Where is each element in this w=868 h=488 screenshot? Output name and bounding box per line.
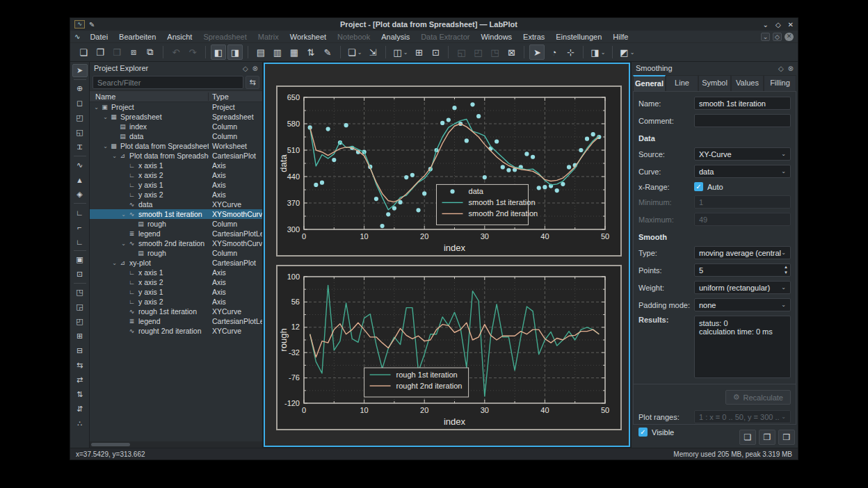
dock-close-icon[interactable]: ⊗ xyxy=(788,65,794,72)
save-default-template-button[interactable]: ❒ xyxy=(778,430,795,445)
menu-ansicht[interactable]: Ansicht xyxy=(161,32,198,42)
load-template-button[interactable]: ❏ xyxy=(739,430,756,445)
tree-row[interactable]: ≣legendCartesianPlotLegend xyxy=(90,229,262,238)
tree-row[interactable]: ⌄▦SpreadsheetSpreadsheet xyxy=(90,112,262,122)
weight-dropdown[interactable]: uniform (rectangular) ⌄ xyxy=(694,281,791,294)
auto-scale-button[interactable]: ◳ xyxy=(72,286,88,299)
print-preview-button[interactable]: ⧉ xyxy=(143,44,158,60)
add-xy-curve-button[interactable]: ∿ xyxy=(72,158,88,172)
menu-extras[interactable]: Extras xyxy=(517,32,550,42)
auto-checkbox[interactable]: ✓ xyxy=(694,182,703,191)
source-dropdown[interactable]: XY-Curve ⌄ xyxy=(694,147,791,161)
pin-icon[interactable]: ✎ xyxy=(89,21,95,29)
zoom-select-button[interactable]: ◻ xyxy=(72,97,88,110)
toggle-project-explorer-button[interactable]: ◧ xyxy=(211,44,226,60)
expander-icon[interactable]: ⌄ xyxy=(93,104,100,111)
add-curve-button[interactable]: ◨⌄ xyxy=(588,44,607,60)
tree-row[interactable]: ∟x axis 2Axis xyxy=(90,277,262,287)
tree-row[interactable]: ⌄⊿Plot data from SpreadsheetCartesianPlo… xyxy=(90,151,262,161)
tree-row[interactable]: ∿rought 2nd iterationXYCurve xyxy=(90,326,262,336)
insert-row-button[interactable]: ▤ xyxy=(253,44,268,60)
fit-width-button[interactable]: ⊡ xyxy=(428,44,443,60)
break-layout-button[interactable]: ⊠ xyxy=(504,44,519,60)
expander-icon[interactable]: ⌄ xyxy=(111,260,118,266)
column-header-type[interactable]: Type xyxy=(209,92,262,101)
tree-row[interactable]: ∟y axis 1Axis xyxy=(90,287,262,297)
scrollbar-thumb[interactable] xyxy=(91,443,130,446)
remove-cells-button[interactable]: ▦ xyxy=(287,44,302,60)
zoom-out-button[interactable]: ⊟ xyxy=(72,344,88,357)
plot-data-svg[interactable]: 01020304050300370440510580650indexdatada… xyxy=(278,87,620,255)
tree-row[interactable]: ⌄▣ProjectProject xyxy=(90,102,262,112)
timed-cursor-button[interactable]: ◔ xyxy=(546,44,561,60)
tree-row[interactable]: ≣legendCartesianPlotLegend xyxy=(90,316,262,326)
shift-right-button[interactable]: ⇄ xyxy=(72,373,88,387)
tab-values[interactable]: Values xyxy=(731,75,764,91)
menu-analysis[interactable]: Analysis xyxy=(376,32,415,42)
mdi-restore-button[interactable]: ◇ xyxy=(773,33,782,41)
tree-row[interactable]: ∿rough 1st iterationXYCurve xyxy=(90,307,262,316)
plot-legend[interactable]: rough 1st iterationrought 2nd iteration xyxy=(364,368,469,397)
curve-dropdown[interactable]: data ⌄ xyxy=(694,165,791,178)
zoom-y-select-button[interactable]: ◱ xyxy=(72,126,88,139)
new-project-button[interactable]: ❏ xyxy=(76,44,91,60)
project-explorer-header[interactable]: Project Explorer ◇ ⊗ xyxy=(90,62,262,74)
add-axis-button[interactable]: ∟ xyxy=(72,206,88,219)
add-text-label-button[interactable]: ▣ xyxy=(72,253,88,266)
add-new-aspect-button[interactable]: ❏⌄ xyxy=(346,44,364,60)
menu-windows[interactable]: Windows xyxy=(475,32,517,42)
plot-rough-svg[interactable]: 01020304050-120-76-321256100indexroughro… xyxy=(278,266,620,429)
dock-float-icon[interactable]: ◇ xyxy=(778,65,784,72)
cartesian-plot-xy[interactable]: 01020304050-120-76-321256100indexroughro… xyxy=(276,265,622,430)
spinbox-arrows-icon[interactable]: ▲▼ xyxy=(784,264,788,275)
tree-row[interactable]: ∟x axis 2Axis xyxy=(90,170,262,180)
tree-row[interactable]: ▤roughColumn xyxy=(90,248,262,258)
menu-datei[interactable]: Datei xyxy=(84,32,113,42)
add-layout-button[interactable]: ◩⌄ xyxy=(618,44,636,60)
maximize-button[interactable]: ◇ xyxy=(775,21,781,29)
print-button[interactable]: ⧈ xyxy=(126,44,141,60)
type-dropdown[interactable]: moving average (central) ⌄ xyxy=(694,246,791,259)
add-boxplot-button[interactable]: ◈ xyxy=(72,188,88,201)
comment-field[interactable] xyxy=(694,114,791,127)
shift-down-button[interactable]: ⇵ xyxy=(72,402,88,416)
tree-row[interactable]: ▤dataColumn xyxy=(90,131,262,141)
auto-scale-x-button[interactable]: ◲ xyxy=(72,300,88,314)
tree-row[interactable]: ∟y axis 2Axis xyxy=(90,190,262,200)
zoom-mode-button[interactable]: ◫⌄ xyxy=(391,44,410,60)
tree-row[interactable]: ⌄▩Plot data from SpreadsheetWorksheet xyxy=(90,141,262,151)
edit-mode-button[interactable]: ✎ xyxy=(320,44,335,60)
add-image-button[interactable]: ⊡ xyxy=(72,268,88,281)
add-vertical-axis-button[interactable]: ⌐ xyxy=(72,220,88,234)
padding-mode-dropdown[interactable]: none ⌄ xyxy=(694,298,791,311)
menu-einstellungen[interactable]: Einstellungen xyxy=(550,32,607,42)
worksheet-view[interactable]: 01020304050300370440510580650indexdatada… xyxy=(264,63,630,447)
tab-symbol[interactable]: Symbol xyxy=(698,75,731,91)
insert-column-button[interactable]: ▥ xyxy=(270,44,285,60)
auto-scale-y-button[interactable]: ◰ xyxy=(72,315,88,328)
tree-row[interactable]: ∿dataXYCurve xyxy=(90,200,262,209)
dock-float-icon[interactable]: ◇ xyxy=(243,65,248,72)
cursor-tool-button[interactable]: ∴ xyxy=(72,417,88,430)
mdi-minimize-button[interactable]: ⌄ xyxy=(761,33,770,41)
shift-up-button[interactable]: ⇅ xyxy=(72,388,88,401)
dock-close-icon[interactable]: ⊗ xyxy=(252,65,258,72)
expander-icon[interactable]: ⌄ xyxy=(120,241,127,247)
tree-row[interactable]: ∟x axis 1Axis xyxy=(90,268,262,277)
tree-row[interactable]: ▤indexColumn xyxy=(90,122,262,131)
sort-button[interactable]: ⇅ xyxy=(303,44,319,60)
tree-row[interactable]: ⌄∿smooth 1st iterationXYSmoothCurve xyxy=(90,209,262,219)
tree-row[interactable]: ▤roughColumn xyxy=(90,219,262,229)
expander-icon[interactable]: ⌄ xyxy=(120,211,127,218)
crosshair-button[interactable]: ⊹ xyxy=(563,44,578,60)
tree-row[interactable]: ∟y axis 2Axis xyxy=(90,297,262,307)
expander-icon[interactable]: ⌄ xyxy=(111,153,118,159)
close-button[interactable]: ✕ xyxy=(788,21,794,29)
navigate-button[interactable]: ⊕ xyxy=(72,82,88,95)
open-project-button[interactable]: ❐ xyxy=(93,44,108,60)
mdi-close-button[interactable]: ✕ xyxy=(785,33,794,41)
zoom-x-select-button[interactable]: ◰ xyxy=(72,111,88,124)
text-cursor-button[interactable]: Ɪ xyxy=(72,140,88,154)
tree-row[interactable]: ∟x axis 1Axis xyxy=(90,161,262,170)
tree-row[interactable]: ⌄⊿xy-plotCartesianPlot xyxy=(90,258,262,268)
